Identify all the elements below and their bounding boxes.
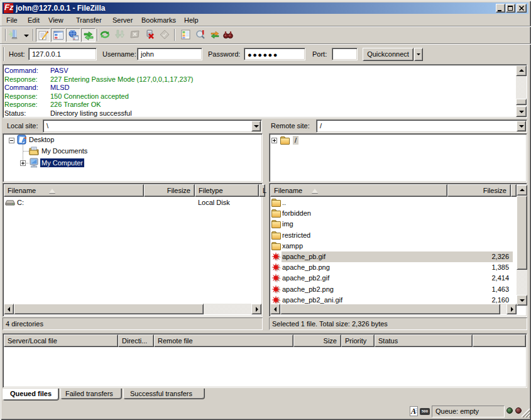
svg-text:A: A	[410, 407, 416, 416]
